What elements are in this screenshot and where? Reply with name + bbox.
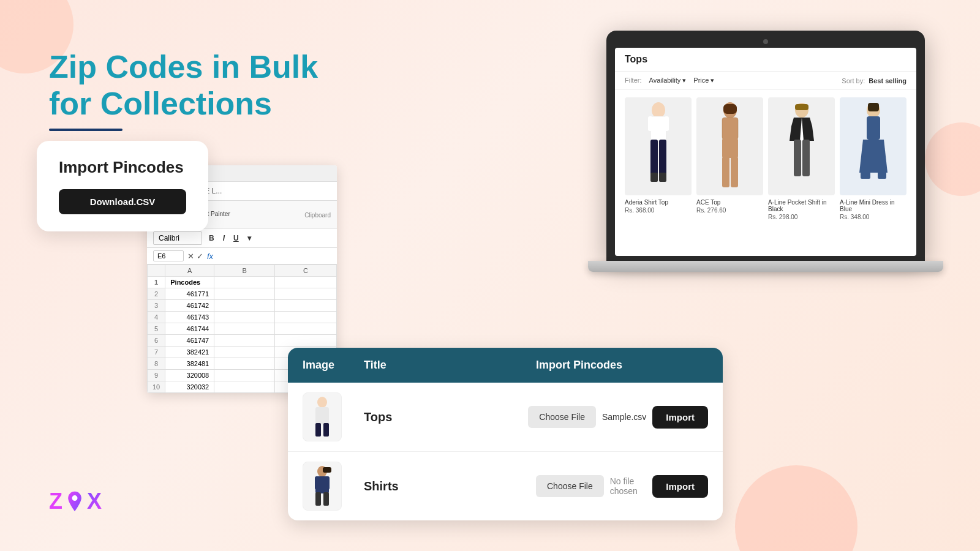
pincode-value: 320032 [165, 381, 214, 393]
svg-rect-36 [315, 492, 321, 506]
svg-rect-37 [323, 492, 329, 506]
availability-filter[interactable]: Availability ▾ [649, 77, 687, 84]
tops-import-button[interactable]: Import [652, 406, 708, 429]
col-b-empty [214, 347, 275, 358]
cell-reference[interactable]: E6 [153, 250, 184, 261]
tops-choose-file-button[interactable]: Choose File [528, 406, 596, 428]
svg-rect-12 [722, 157, 729, 187]
row-num-header [148, 265, 165, 277]
clipboard-label: Clipboard [304, 212, 331, 219]
sort-by-value[interactable]: Best selling [869, 77, 907, 84]
price-filter[interactable]: Price ▾ [693, 77, 714, 84]
product-1-image [625, 97, 692, 195]
svg-rect-22 [868, 103, 879, 111]
col-c-header: C [274, 265, 336, 277]
svg-rect-26 [878, 171, 886, 179]
excel-format-btns: B I U ▾ [206, 233, 254, 244]
tops-action-col: Choose File Sample.csv Import [528, 406, 708, 429]
shirts-product-image [303, 462, 342, 511]
svg-rect-28 [315, 407, 329, 424]
product-2-name: ACE Top [696, 199, 763, 206]
product-4-name: A-Line Mini Dress in Blue [840, 199, 907, 212]
product-2-image [696, 97, 763, 195]
underline-btn[interactable]: U [230, 233, 242, 244]
row-num: 9 [148, 370, 165, 381]
product-3-image [768, 97, 835, 195]
shirts-file-name: No file chosen [610, 476, 647, 496]
col-c-empty [274, 288, 336, 300]
formula-fx-icon: fx [207, 252, 213, 261]
svg-point-38 [72, 495, 78, 501]
pincode-value: 320008 [165, 370, 214, 381]
excel-data-row: 3 461742 [148, 300, 337, 312]
svg-marker-17 [790, 118, 802, 141]
excel-data-row: 5 461744 [148, 323, 337, 335]
shop-product-3: A-Line Pocket Shift in Black Rs. 298.00 [768, 97, 835, 220]
product-1-price: Rs. 368.00 [625, 207, 692, 214]
svg-rect-29 [315, 423, 321, 437]
italic-btn[interactable]: I [220, 233, 228, 244]
sort-by-section: Sort by: Best selling [842, 77, 907, 84]
svg-rect-3 [664, 116, 669, 131]
col-b-empty [214, 312, 275, 323]
svg-rect-11 [722, 138, 738, 158]
bold-btn[interactable]: B [206, 233, 217, 244]
laptop-container: Tops Filter: Availability ▾ Price ▾ Sort… [606, 31, 943, 272]
table-header-image: Image [303, 359, 364, 372]
pincode-value: 461747 [165, 335, 214, 347]
svg-point-27 [317, 397, 327, 408]
svg-rect-9 [723, 104, 737, 114]
logo-z: Z [49, 489, 62, 514]
main-content: Zip Codes in Bulk for Collections Import… [0, 0, 980, 551]
shop-header: Tops [615, 48, 916, 72]
dropdown-btn[interactable]: ▾ [244, 233, 254, 244]
row-num: 4 [148, 312, 165, 323]
zox-logo: Z X [49, 489, 102, 514]
product-3-price: Rs. 298.00 [768, 214, 835, 220]
col-b-empty [214, 300, 275, 312]
shirts-import-button[interactable]: Import [652, 475, 708, 498]
row-num: 5 [148, 323, 165, 335]
row-num: 6 [148, 335, 165, 347]
pincode-value: 382481 [165, 358, 214, 370]
title-underline [49, 129, 123, 131]
pincodes-header-cell: Pincodes [165, 277, 214, 288]
laptop-base [588, 261, 943, 272]
excel-font-name: Calibri [153, 231, 202, 245]
shop-filters: Filter: Availability ▾ Price ▾ Sort by: … [615, 72, 916, 90]
row-1-b [214, 277, 275, 288]
pincode-value: 382421 [165, 347, 214, 358]
import-card: Import Pincodes Download.CSV [37, 141, 208, 231]
tops-product-image [303, 392, 342, 441]
col-b-empty [214, 335, 275, 347]
row-1-num: 1 [148, 277, 165, 288]
col-b-empty [214, 323, 275, 335]
import-card-title: Import Pincodes [59, 158, 186, 177]
excel-font-row: Calibri B I U ▾ [147, 229, 337, 248]
row-num: 2 [148, 288, 165, 300]
svg-rect-25 [861, 171, 870, 179]
product-1-name: Aderia Shirt Top [625, 199, 692, 206]
col-b-header: B [214, 265, 275, 277]
row-num: 7 [148, 347, 165, 358]
laptop-screen-content: Tops Filter: Availability ▾ Price ▾ Sort… [615, 48, 916, 256]
laptop-camera [763, 39, 768, 44]
laptop-screen: Tops Filter: Availability ▾ Price ▾ Sort… [606, 31, 925, 261]
download-csv-button[interactable]: Download.CSV [59, 189, 186, 214]
formula-bar: E6 ✕ ✓ fx [147, 248, 337, 264]
col-a-header: A [165, 265, 214, 277]
svg-rect-6 [650, 173, 658, 182]
table-header-title: Title [364, 359, 536, 372]
product-3-name: A-Line Pocket Shift in Black [768, 199, 835, 212]
col-b-empty [214, 288, 275, 300]
svg-marker-24 [859, 140, 888, 173]
svg-rect-2 [648, 116, 653, 131]
svg-rect-32 [323, 467, 331, 473]
filter-label: Filter: [625, 77, 642, 84]
svg-rect-10 [722, 118, 738, 140]
logo-x: X [87, 489, 102, 514]
shirts-title: Shirts [364, 479, 399, 493]
col-b-empty [214, 370, 275, 381]
shirts-choose-file-button[interactable]: Choose File [536, 475, 604, 497]
pincode-value: 461744 [165, 323, 214, 335]
